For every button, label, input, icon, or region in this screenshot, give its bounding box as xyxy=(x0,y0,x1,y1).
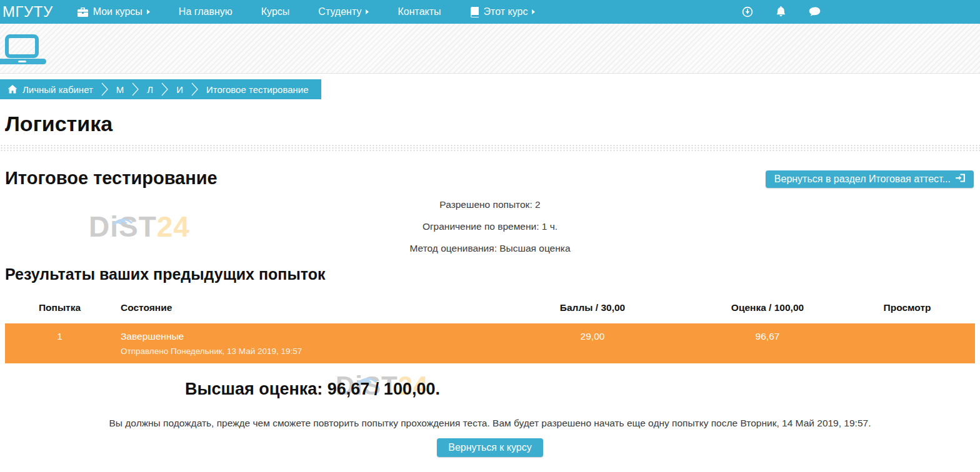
breadcrumb-item-m[interactable]: М xyxy=(116,84,124,95)
site-header xyxy=(0,24,980,74)
navbar-right-icons xyxy=(742,6,821,17)
back-to-course-button[interactable]: Вернуться к курсу xyxy=(437,438,542,457)
back-to-section-label: Вернуться в раздел Итоговая аттест... xyxy=(774,174,951,185)
state-label: Завершенные xyxy=(121,331,483,342)
col-header-state: Состояние xyxy=(114,298,489,322)
top-navbar: МГУТУ Мои курсы На главную Курсы Студент… xyxy=(0,0,980,24)
col-header-attempt: Попытка xyxy=(5,298,114,322)
quiz-title: Итоговое тестирование xyxy=(5,167,218,189)
nav-item-label: На главную xyxy=(179,6,232,17)
nav-item-this-course[interactable]: Этот курс xyxy=(456,0,550,24)
page-title: Логистика xyxy=(5,112,980,136)
nav-item-courses[interactable]: Курсы xyxy=(247,0,304,24)
quiz-info-grading-method: Метод оценивания: Высшая оценка xyxy=(0,243,980,254)
back-to-section-button[interactable]: Вернуться в раздел Итоговая аттест... xyxy=(766,170,974,188)
dist24-watermark: DiST24 xyxy=(89,210,190,243)
laptop-screen xyxy=(5,34,39,58)
chevron-right-icon xyxy=(101,82,109,97)
col-header-review: Просмотр xyxy=(839,298,975,322)
laptop-icon[interactable] xyxy=(0,34,69,66)
breadcrumb-item-dashboard[interactable]: Личный кабинет xyxy=(22,84,93,95)
final-grade: Высшая оценка: 96,67 / 100,00. xyxy=(0,380,625,399)
book-icon xyxy=(470,7,479,17)
nav-item-student[interactable]: Студенту xyxy=(304,0,383,24)
attempts-table-header-row: Попытка Состояние Баллы / 30,00 Оценка /… xyxy=(5,298,975,322)
laptop-base xyxy=(0,59,46,64)
briefcase-icon xyxy=(78,7,88,17)
brand-logo[interactable]: МГУТУ xyxy=(0,3,53,21)
watermark-text: 24 xyxy=(157,210,190,243)
results-heading: Результаты ваших предыдущих попыток xyxy=(5,265,980,283)
back-to-course-label: Вернуться к курсу xyxy=(448,442,531,453)
nav-item-contacts[interactable]: Контакты xyxy=(383,0,455,24)
cell-grade: 96,67 xyxy=(696,322,839,363)
breadcrumb-item-l[interactable]: Л xyxy=(147,84,153,95)
attempts-table: Попытка Состояние Баллы / 30,00 Оценка /… xyxy=(5,298,975,363)
cell-marks: 29,00 xyxy=(489,322,696,363)
breadcrumb-item-i[interactable]: И xyxy=(176,84,183,95)
col-header-marks: Баллы / 30,00 xyxy=(489,298,696,322)
cell-attempt-number: 1 xyxy=(5,322,114,363)
chevron-right-icon xyxy=(161,82,169,97)
cell-state: Завершенные Отправлено Понедельник, 13 М… xyxy=(114,322,489,363)
wifi-arcs-icon xyxy=(110,199,136,232)
nav-item-home[interactable]: На главную xyxy=(164,0,247,24)
col-header-grade: Оценка / 100,00 xyxy=(696,298,839,322)
final-grade-wrap: Высшая оценка: 96,67 / 100,00. xyxy=(0,380,980,399)
cell-review xyxy=(839,322,975,363)
nav-item-label: Этот курс xyxy=(484,6,528,17)
chevron-right-icon xyxy=(131,82,139,97)
bell-icon[interactable] xyxy=(776,6,786,17)
table-row: 1 Завершенные Отправлено Понедельник, 13… xyxy=(5,322,975,363)
home-icon[interactable] xyxy=(8,85,18,94)
caret-icon xyxy=(147,9,150,14)
nav-item-label: Контакты xyxy=(398,6,441,17)
quiz-info-attempts-allowed: Разрешено попыток: 2 xyxy=(0,199,980,210)
quiz-header-row: Итоговое тестирование Вернуться в раздел… xyxy=(0,167,980,189)
wait-message: Вы должны подождать, прежде чем сможете … xyxy=(0,418,980,429)
dotted-divider xyxy=(0,144,980,152)
chevron-right-icon xyxy=(191,82,199,97)
state-submitted-date: Отправлено Понедельник, 13 Май 2019, 19:… xyxy=(121,347,483,356)
caret-icon xyxy=(366,9,369,14)
sign-in-icon xyxy=(956,174,965,185)
breadcrumb-item-quiz[interactable]: Итоговое тестирование xyxy=(206,84,309,95)
caret-icon xyxy=(532,9,535,14)
breadcrumb: Личный кабинет М Л И Итоговое тестирован… xyxy=(0,79,321,99)
chat-icon[interactable] xyxy=(809,7,821,17)
nav-item-label: Курсы xyxy=(261,6,290,17)
nav-item-my-courses[interactable]: Мои курсы xyxy=(63,0,164,24)
nav-menu: Мои курсы На главную Курсы Студенту Конт… xyxy=(63,0,550,24)
download-circle-icon[interactable] xyxy=(742,6,753,17)
nav-item-label: Студенту xyxy=(318,6,361,17)
breadcrumb-wrap: Личный кабинет М Л И Итоговое тестирован… xyxy=(0,79,980,99)
nav-item-label: Мои курсы xyxy=(93,6,142,17)
